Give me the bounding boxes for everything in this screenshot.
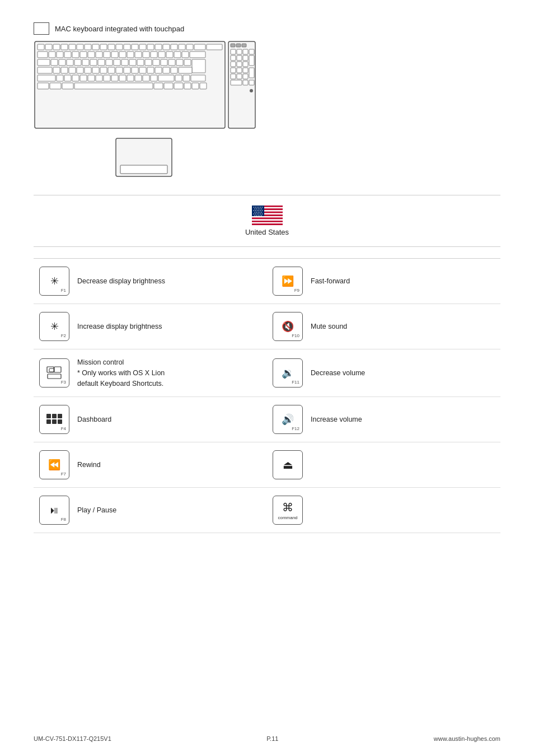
svg-point-134 xyxy=(250,89,253,92)
svg-rect-32 xyxy=(111,52,118,58)
svg-rect-6 xyxy=(77,44,83,50)
svg-rect-123 xyxy=(243,62,248,67)
eject-key-icon: ⏏ xyxy=(273,450,303,479)
svg-rect-85 xyxy=(80,75,87,81)
svg-rect-107 xyxy=(192,83,199,89)
f11-description: Decrease volume xyxy=(311,368,365,379)
f11-key-icon: 🔉 F11 xyxy=(273,358,303,388)
f12-symbol: 🔊 xyxy=(282,414,294,424)
svg-rect-108 xyxy=(200,83,207,89)
svg-rect-20 xyxy=(186,44,193,50)
shortcut-f12: 🔊 F12 Increase volume xyxy=(267,397,500,442)
svg-rect-11 xyxy=(116,44,123,50)
svg-rect-4 xyxy=(61,44,68,50)
svg-rect-44 xyxy=(51,59,58,66)
svg-rect-50 xyxy=(98,59,105,66)
svg-rect-30 xyxy=(96,52,102,58)
svg-rect-21 xyxy=(194,44,205,50)
svg-rect-87 xyxy=(96,75,102,81)
svg-text:★★★★★: ★★★★★ xyxy=(254,214,263,217)
f1-symbol: ✳ xyxy=(50,276,59,286)
svg-rect-124 xyxy=(231,68,236,73)
svg-rect-77 xyxy=(155,67,162,73)
f9-label: F9 xyxy=(294,288,299,293)
svg-rect-8 xyxy=(92,44,99,50)
svg-rect-93 xyxy=(143,75,149,81)
f4-key-icon: F4 xyxy=(39,405,69,434)
f10-key-icon: 🔇 F10 xyxy=(273,312,303,341)
shortcut-f11: 🔉 F11 Decrease volume xyxy=(267,349,500,397)
touchpad-diagram xyxy=(115,137,182,184)
svg-rect-41 xyxy=(182,52,189,58)
svg-rect-56 xyxy=(145,59,152,66)
footer-website: www.austin-hughes.com xyxy=(434,735,500,742)
f9-description: Fast-forward xyxy=(311,276,350,287)
svg-rect-112 xyxy=(242,44,246,47)
svg-rect-136 xyxy=(120,165,167,174)
svg-rect-3 xyxy=(53,44,60,50)
shortcut-f7: ⏪ F7 Rewind xyxy=(34,442,267,488)
f12-key-icon: 🔊 F12 xyxy=(273,405,303,434)
svg-rect-95 xyxy=(158,75,174,81)
svg-rect-115 xyxy=(243,49,248,54)
svg-rect-12 xyxy=(124,44,130,50)
shortcut-f10: 🔇 F10 Mute sound xyxy=(267,304,500,349)
f12-description: Increase volume xyxy=(311,414,362,425)
svg-rect-23 xyxy=(38,52,48,58)
svg-rect-89 xyxy=(111,75,118,81)
svg-rect-1 xyxy=(38,44,44,50)
footer-page: P.11 xyxy=(266,735,278,742)
svg-rect-159 xyxy=(54,367,61,372)
svg-rect-14 xyxy=(139,44,146,50)
f11-symbol: 🔉 xyxy=(282,368,294,378)
svg-rect-39 xyxy=(166,52,173,58)
f1-key-icon: ✳ F1 xyxy=(39,267,69,296)
svg-rect-29 xyxy=(88,52,95,58)
svg-rect-22 xyxy=(207,44,222,50)
svg-rect-70 xyxy=(100,67,107,73)
svg-rect-146 xyxy=(252,219,283,221)
svg-rect-35 xyxy=(135,52,142,58)
svg-rect-26 xyxy=(64,52,71,58)
svg-rect-102 xyxy=(74,83,153,89)
keyboard-label-box xyxy=(34,22,49,35)
svg-rect-92 xyxy=(135,75,142,81)
svg-rect-63 xyxy=(38,67,52,73)
flag-section: ★★★★★★ ★★★★★ ★★★★★★ ★★★★★ ★★★★★★ ★★★★★ U… xyxy=(34,206,500,236)
svg-rect-34 xyxy=(127,52,134,58)
svg-rect-27 xyxy=(72,52,79,58)
f8-symbol: ⏯ xyxy=(49,505,59,515)
eject-symbol: ⏏ xyxy=(283,458,293,472)
svg-rect-88 xyxy=(104,75,110,81)
keyboard-diagram xyxy=(34,40,257,137)
svg-rect-82 xyxy=(57,75,63,81)
svg-rect-80 xyxy=(179,67,192,73)
svg-rect-131 xyxy=(231,80,242,85)
svg-rect-40 xyxy=(174,52,181,58)
svg-rect-62 xyxy=(192,59,205,73)
svg-rect-51 xyxy=(106,59,113,66)
f8-description: Play / Pause xyxy=(77,505,116,516)
f12-label: F12 xyxy=(292,426,299,431)
svg-rect-106 xyxy=(184,83,191,89)
svg-rect-105 xyxy=(174,83,183,89)
f4-symbol xyxy=(46,414,62,424)
svg-rect-118 xyxy=(237,55,242,60)
svg-rect-132 xyxy=(243,80,248,85)
svg-rect-65 xyxy=(61,67,68,73)
svg-rect-13 xyxy=(132,44,138,50)
svg-rect-111 xyxy=(236,44,241,47)
svg-rect-129 xyxy=(237,74,242,79)
svg-rect-149 xyxy=(252,223,283,225)
f3-key-icon: F3 xyxy=(39,358,69,388)
svg-rect-128 xyxy=(231,74,236,79)
keyboard-section: MAC keyboard integrated with touchpad xyxy=(34,22,500,184)
svg-rect-97 xyxy=(183,75,190,81)
svg-rect-73 xyxy=(124,67,130,73)
svg-rect-120 xyxy=(249,55,254,66)
svg-rect-69 xyxy=(92,67,99,73)
svg-rect-147 xyxy=(252,221,283,222)
svg-rect-98 xyxy=(191,75,205,81)
svg-rect-28 xyxy=(80,52,87,58)
svg-rect-121 xyxy=(231,62,236,67)
